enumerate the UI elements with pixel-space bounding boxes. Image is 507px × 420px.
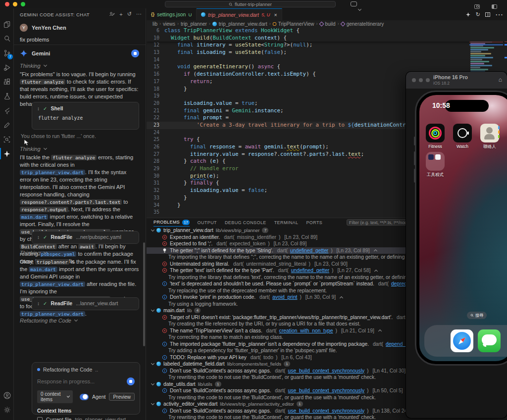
window-titlebar: flutter-trip-planner bbox=[0, 0, 507, 8]
current-file-checkbox[interactable] bbox=[37, 417, 43, 420]
screenshot-search-icon[interactable] bbox=[0, 132, 14, 146]
app-fitness[interactable]: Fitness bbox=[426, 124, 445, 149]
dart-file-icon bbox=[156, 308, 161, 313]
inline-code-chip: BuildContext bbox=[20, 244, 57, 249]
copilot-icon[interactable] bbox=[351, 1, 357, 6]
close-window-button[interactable] bbox=[5, 2, 9, 6]
app-contacts[interactable]: 聯絡人 bbox=[480, 124, 499, 150]
run-debug-icon[interactable] bbox=[0, 60, 14, 75]
gemini-code-assist-icon[interactable] bbox=[0, 146, 14, 161]
thinking-header[interactable]: Thinking bbox=[20, 63, 47, 69]
split-editor-icon[interactable] bbox=[485, 12, 490, 17]
agent-toggle[interactable] bbox=[80, 394, 89, 400]
app-messages[interactable] bbox=[478, 329, 501, 352]
file-link-chip[interactable]: trip_planner_view.dart bbox=[20, 311, 85, 317]
expand-icon[interactable]: ↕ bbox=[37, 106, 40, 111]
testing-icon[interactable] bbox=[0, 89, 14, 103]
code-line[interactable]: 10 Widget build(BuildContext context) { bbox=[147, 35, 507, 42]
account-icon[interactable] bbox=[0, 388, 14, 403]
search-icon[interactable] bbox=[0, 32, 14, 46]
tab-terminal[interactable]: TERMINAL bbox=[274, 218, 299, 227]
ios-simulator-window[interactable]: iPhone 16 Pro iOS 18.2 ⌂ 10:58 Fitness bbox=[406, 72, 507, 418]
close-tab-icon[interactable]: × bbox=[274, 12, 277, 18]
flutter-icon[interactable] bbox=[0, 103, 14, 118]
readfile-tool-card[interactable]: ↕ ✓ ReadFile ...lanner_view.dart bbox=[32, 297, 139, 310]
file-link-chip[interactable]: main.dart bbox=[20, 214, 48, 220]
error-icon bbox=[162, 261, 167, 267]
readfile-tool-card[interactable]: ↕ ✓ ReadFile ...ner/pubspec.yaml bbox=[32, 231, 139, 244]
mouse-cursor bbox=[24, 139, 30, 146]
error-icon bbox=[162, 315, 167, 320]
file-link-chip[interactable]: trip_planner_view.dart bbox=[20, 281, 85, 287]
stop-response-button[interactable] bbox=[131, 49, 139, 57]
thinking-header[interactable]: Thinking bbox=[20, 146, 47, 152]
iphone-screen[interactable]: 10:58 Fitness Watch bbox=[419, 95, 507, 361]
current-file-label: Current file bbox=[46, 417, 71, 420]
close-window-button[interactable] bbox=[412, 78, 416, 82]
refactoring-header[interactable]: Refactoring the Code bbox=[20, 318, 77, 324]
breadcrumb[interactable]: lib› views› trip_planner› trip_planner_v… bbox=[147, 20, 507, 27]
more-actions-icon[interactable]: ⋯ bbox=[495, 10, 503, 19]
toggle-sidebar-icon[interactable] bbox=[492, 4, 497, 9]
expand-icon[interactable]: ↕ bbox=[37, 234, 40, 240]
new-chat-icon[interactable]: + bbox=[119, 11, 122, 17]
settings-gear-icon[interactable] bbox=[0, 403, 14, 417]
minimize-window-button[interactable] bbox=[419, 78, 423, 82]
chat-input[interactable]: Response in progress... bbox=[37, 378, 127, 384]
file-problem-count: 4 bbox=[194, 308, 201, 313]
context-items-dropdown[interactable]: 0 context items bbox=[37, 390, 73, 403]
thinking-header[interactable]: Thinking bbox=[20, 250, 47, 256]
tab-ports[interactable]: PORTS bbox=[306, 218, 322, 227]
simulator-titlebar[interactable]: iPhone 16 Pro iOS 18.2 ⌂ bbox=[406, 72, 507, 89]
gemini-sparkle-icon[interactable] bbox=[465, 12, 471, 17]
tab-problems[interactable]: PROBLEMS 17 bbox=[153, 218, 190, 227]
chevron-down-icon bbox=[44, 250, 47, 254]
message-bubble-tail bbox=[483, 344, 486, 347]
home-icon[interactable]: ⌂ bbox=[499, 76, 502, 83]
customize-layout-icon[interactable] bbox=[474, 4, 480, 9]
context-items-label: Context Items bbox=[37, 408, 135, 414]
app-safari[interactable] bbox=[451, 329, 473, 352]
sticky-scroll[interactable]: 6class TripPlannerView extends HookWidge… bbox=[147, 27, 507, 42]
collapse-icon bbox=[378, 329, 382, 333]
history-icon[interactable]: ↺ bbox=[127, 11, 132, 17]
pen-icon[interactable] bbox=[0, 118, 14, 132]
info-icon bbox=[162, 281, 167, 286]
more-actions-icon[interactable]: ⋯ bbox=[136, 11, 142, 17]
tab-settings-json[interactable]: {} settings.json U bbox=[147, 8, 197, 20]
tab-trip-planner-view[interactable]: trip_planner_view.dart 5, U × bbox=[197, 8, 282, 20]
command-center-search[interactable]: flutter-trip-planner bbox=[165, 1, 336, 7]
dart-file-icon bbox=[156, 382, 161, 386]
extensions-icon[interactable] bbox=[0, 75, 14, 89]
zoom-window-button[interactable] bbox=[21, 2, 25, 6]
dynamic-island bbox=[445, 100, 489, 112]
shell-tool-card[interactable]: ↕ ✓ Shell flutter analyze bbox=[32, 102, 139, 130]
collapse-icon bbox=[340, 296, 343, 300]
search-icon bbox=[229, 2, 233, 6]
gemini-logo-icon bbox=[20, 49, 28, 57]
feedback-icon[interactable] bbox=[109, 11, 115, 17]
expand-icon[interactable]: ↕ bbox=[37, 301, 40, 306]
folder-utilities[interactable]: 工具程式 bbox=[426, 152, 445, 178]
code-line[interactable]: 14 bbox=[147, 56, 507, 64]
file-link-chip[interactable]: main.dart bbox=[29, 267, 57, 272]
source-control-icon[interactable]: 7 bbox=[0, 46, 14, 60]
explorer-icon[interactable] bbox=[0, 17, 14, 32]
tab-debug-console[interactable]: DEBUG CONSOLE bbox=[225, 218, 266, 227]
file-link-chip[interactable]: trip_planner_view.dart bbox=[20, 170, 85, 175]
code-line[interactable]: 15 void generateItinerary() async { bbox=[147, 63, 507, 71]
stop-response-button[interactable] bbox=[127, 377, 135, 385]
minimize-window-button[interactable] bbox=[13, 2, 17, 6]
hot-reload-icon[interactable]: ↻ bbox=[476, 11, 480, 18]
lightbulb-icon bbox=[162, 248, 167, 253]
code-line[interactable]: 13 final isLoading = useState(false); bbox=[147, 49, 507, 56]
app-watch[interactable]: Watch bbox=[453, 124, 472, 149]
zoom-window-button[interactable] bbox=[426, 78, 430, 82]
chat-scrollbar[interactable] bbox=[143, 242, 145, 346]
tab-output[interactable]: OUTPUT bbox=[198, 218, 217, 227]
code-line[interactable]: 12 final itinerary = useState<String?>(n… bbox=[147, 42, 507, 49]
preview-button[interactable]: Preview bbox=[109, 393, 135, 401]
scm-badge: 7 bbox=[7, 54, 13, 59]
code-line[interactable]: 6class TripPlannerView extends HookWidge… bbox=[147, 27, 507, 35]
spotlight-search-pill[interactable]: 搜尋 bbox=[467, 312, 487, 319]
